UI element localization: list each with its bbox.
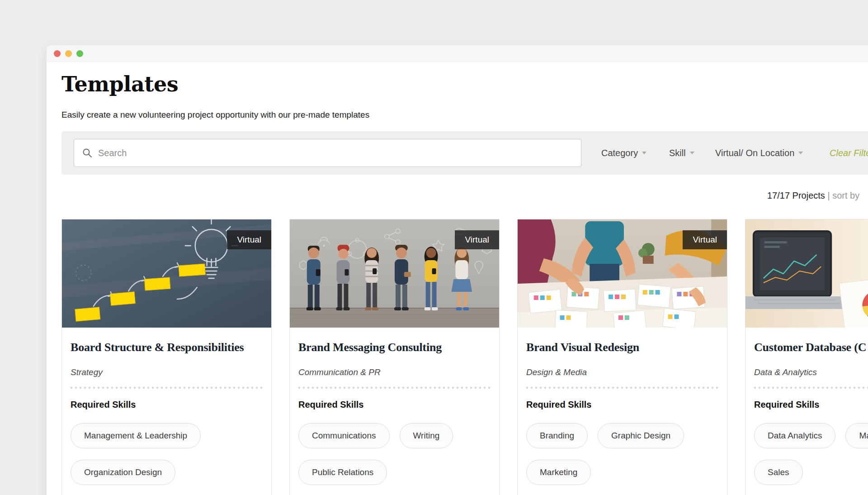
card-category: Communication & PR: [298, 367, 491, 377]
template-card-board-structure[interactable]: Virtual Board Structure & Responsibiliti…: [61, 219, 272, 495]
page-title: Templates: [61, 72, 178, 96]
clear-filters-link[interactable]: Clear Filters: [830, 131, 868, 175]
maximize-window-icon[interactable]: [76, 50, 83, 57]
dotted-divider: [526, 387, 718, 389]
search-input[interactable]: [98, 148, 573, 158]
category-filter-label: Category: [601, 148, 638, 158]
card-title: Customer Database (C: [754, 341, 868, 354]
skill-pill: Marketing: [845, 423, 868, 448]
virtual-badge: Virtual: [683, 230, 727, 249]
page-subtitle: Easily create a new volunteering project…: [61, 110, 369, 120]
template-card-brand-messaging[interactable]: Virtual Brand Messaging Consulting Commu…: [289, 219, 500, 495]
skill-pill: Organization Design: [71, 460, 175, 485]
skill-pill: Graphic Design: [598, 423, 684, 448]
category-filter-dropdown[interactable]: Category: [601, 131, 646, 175]
results-count: 17/17 Projects: [767, 190, 825, 200]
skill-pill-list: Management & Leadership Organization Des…: [71, 423, 263, 485]
card-image-people-phones: Virtual: [290, 219, 499, 328]
dotted-divider: [754, 387, 868, 389]
close-window-icon[interactable]: [54, 50, 61, 57]
laptop-analytics-illustration: [745, 219, 868, 328]
search-box[interactable]: [74, 139, 581, 167]
window-titlebar: [47, 45, 868, 62]
chevron-down-icon: [798, 152, 803, 154]
chevron-down-icon: [642, 152, 646, 154]
template-card-grid: Virtual Board Structure & Responsibiliti…: [61, 219, 868, 495]
skill-pill: Sales: [754, 460, 803, 485]
results-divider: |: [827, 190, 830, 200]
magnifier-icon: [82, 148, 92, 158]
card-image-design-workshop: Virtual: [518, 219, 727, 328]
dotted-divider: [71, 387, 263, 389]
template-card-brand-visual[interactable]: Virtual Brand Visual Redesign Design & M…: [517, 219, 727, 495]
card-image-laptop-analytics: Virtual: [745, 219, 868, 328]
card-body: Brand Messaging Consulting Communication…: [290, 341, 499, 485]
skill-pill-list: Communications Writing Public Relations: [298, 423, 491, 485]
card-image-chalkboard-steps: Virtual: [62, 219, 271, 328]
chevron-down-icon: [690, 152, 694, 154]
skill-pill-list: Branding Graphic Design Marketing: [526, 423, 718, 485]
filter-bar: Category Skill Virtual/ On Location Clea…: [61, 131, 868, 175]
card-body: Board Structure & Responsibilities Strat…: [62, 341, 271, 485]
skill-filter-label: Skill: [669, 148, 686, 158]
minimize-window-icon[interactable]: [65, 50, 72, 57]
skill-pill: Public Relations: [298, 460, 387, 485]
results-line: 17/17 Projects | sort by: [767, 190, 859, 201]
required-skills-heading: Required Skills: [298, 400, 491, 410]
skill-pill: Branding: [526, 423, 588, 448]
virtual-badge: Virtual: [227, 230, 271, 249]
required-skills-heading: Required Skills: [754, 400, 868, 410]
template-card-customer-database[interactable]: Virtual Customer Database (C Data & Anal…: [745, 219, 868, 495]
skill-pill-list: Data Analytics Marketing Sales: [754, 423, 868, 485]
skill-pill: Writing: [400, 423, 453, 448]
card-category: Data & Analytics: [754, 367, 868, 377]
browser-window: Templates Easily create a new volunteeri…: [47, 45, 868, 495]
page-content: Templates Easily create a new volunteeri…: [47, 62, 868, 495]
skill-pill: Data Analytics: [754, 423, 835, 448]
card-title: Board Structure & Responsibilities: [71, 341, 263, 354]
card-body: Customer Database (C Data & Analytics Re…: [745, 341, 868, 485]
skill-pill: Marketing: [526, 460, 591, 485]
skill-filter-dropdown[interactable]: Skill: [669, 131, 694, 175]
skill-pill: Management & Leadership: [71, 423, 201, 448]
location-filter-dropdown[interactable]: Virtual/ On Location: [715, 131, 803, 175]
skill-pill: Communications: [298, 423, 390, 448]
sort-by-control[interactable]: sort by: [832, 190, 859, 200]
location-filter-label: Virtual/ On Location: [715, 148, 794, 158]
card-title: Brand Messaging Consulting: [298, 341, 491, 354]
card-title: Brand Visual Redesign: [526, 341, 718, 354]
required-skills-heading: Required Skills: [71, 400, 263, 410]
virtual-badge: Virtual: [455, 230, 499, 249]
card-category: Design & Media: [526, 367, 718, 377]
card-body: Brand Visual Redesign Design & Media Req…: [518, 341, 727, 485]
required-skills-heading: Required Skills: [526, 400, 718, 410]
dotted-divider: [298, 387, 491, 389]
card-category: Strategy: [71, 367, 263, 377]
